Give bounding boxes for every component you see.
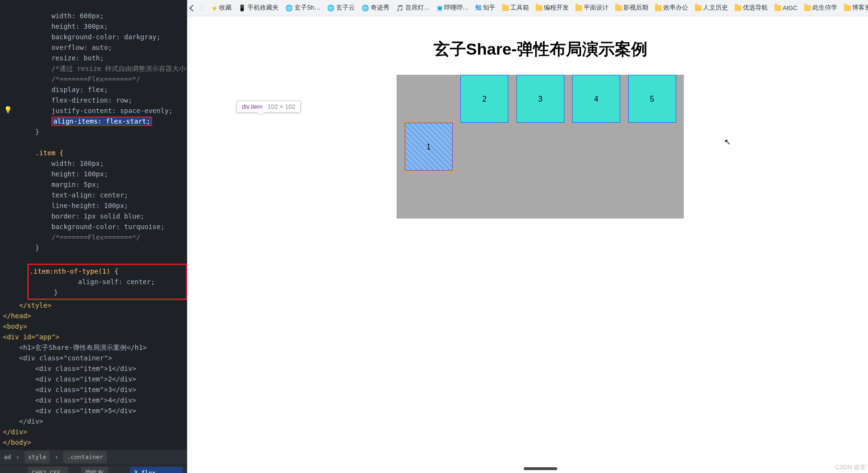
code-line: </body> (3, 438, 31, 446)
bookmark-folder[interactable]: 影视后期 (613, 4, 651, 12)
editor-breadcrumb-file[interactable]: nZi› CH02_CSS基础› 弹性布局› ▮3-flex-wrap.html (0, 465, 187, 473)
code-line: overflow: auto; (3, 44, 112, 51)
code-line: height: 100px; (3, 170, 108, 178)
code-line: /*通过 resize 样式自由调整演示容器大小*/ (3, 65, 187, 72)
code-line: </head> (3, 312, 31, 320)
folder-icon (655, 5, 662, 11)
code-line: <body> (3, 323, 27, 330)
folder-icon (735, 5, 741, 11)
code-line: <div class="container"> (3, 354, 112, 362)
code-line: margin: 5px; (3, 181, 100, 188)
code-line: <div class="item">1</div> (3, 365, 136, 372)
phone-icon: 📱 (238, 4, 246, 12)
editor-code[interactable]: width: 600px; height: 300px; background-… (0, 0, 187, 449)
code-line: } (3, 244, 39, 252)
code-line: } (3, 128, 39, 136)
code-line: text-align: center; (3, 191, 128, 199)
code-line: </div> (3, 417, 43, 425)
flex-item-3[interactable]: 3 (516, 75, 564, 123)
bookmark-item[interactable]: ▣哔哩哔… (434, 4, 471, 12)
bookmark-folder[interactable]: 编程开发 (533, 4, 571, 12)
code-line: border: 1px solid blue; (3, 212, 144, 220)
folder-icon (615, 5, 622, 11)
tooltip-selector: div.item (242, 103, 263, 110)
globe-icon: 🌐 (362, 4, 369, 12)
folder-icon (844, 5, 851, 11)
bookmark-folder[interactable]: 工具箱 (500, 4, 531, 12)
editor-breadcrumb-css[interactable]: ad› style› .container (0, 449, 187, 465)
bookmark-item[interactable]: 🌐玄子Sh… (283, 4, 323, 12)
bookmark-folder[interactable]: 人文历史 (692, 4, 730, 12)
code-line: width: 600px; (3, 12, 104, 20)
intention-bulb-icon[interactable] (4, 104, 12, 113)
bookmark-item[interactable]: 🌐玄子云 (325, 4, 357, 12)
code-line: resize: both; (3, 54, 104, 62)
folder-icon (804, 5, 811, 11)
flex-item-4[interactable]: 4 (572, 75, 620, 123)
code-line: background-color: darkgray; (3, 33, 161, 41)
globe-icon: 🌐 (285, 4, 293, 12)
code-line: <div id="app"> (3, 333, 59, 341)
bookmark-item[interactable]: 知知乎 (473, 4, 498, 12)
zhihu-icon: 知 (475, 4, 481, 12)
folder-icon (774, 5, 781, 11)
tooltip-dimensions: 102 × 102 (268, 103, 295, 110)
code-line: </div> (3, 428, 27, 436)
code-line: height: 300px; (3, 23, 108, 30)
code-line: line-height: 100px; (3, 202, 128, 209)
star-icon: ★ (211, 4, 218, 12)
bookmark-item[interactable]: 🌐奇迹秀 (359, 4, 392, 12)
inspect-tooltip: div.item 102 × 102 (236, 101, 301, 113)
code-line: <div class="item">3</div> (3, 386, 136, 393)
code-line: width: 100px; (3, 160, 104, 167)
code-line: /*=======Flex=======*/ (3, 233, 141, 241)
code-line: flex-direction: row; (3, 96, 132, 104)
nav-back-forward[interactable]: | (190, 5, 207, 12)
code-line: <h1>玄子Share-弹性布局演示案例</h1> (3, 344, 147, 351)
flex-item-1[interactable]: 1 (405, 123, 453, 171)
code-line: <div class="item">5</div> (3, 407, 136, 415)
editor-footer: ad› style› .container nZi› CH02_CSS基础› 弹… (0, 449, 187, 473)
page-title: 玄子Share-弹性布局演示案例 (201, 38, 868, 60)
code-line: <div class="item">2</div> (3, 375, 136, 383)
flex-container: 1 2 3 4 5 (397, 75, 684, 219)
code-line: justify-content: space-evenly; (3, 107, 173, 115)
code-editor-pane: width: 600px; height: 300px; background-… (0, 0, 187, 473)
folder-icon (502, 5, 509, 11)
code-line: <div class="item">4</div> (3, 396, 136, 404)
folder-icon (575, 5, 582, 11)
highlighted-css-rule: .item:nth-of-type(1) { align-self: cente… (27, 264, 187, 300)
bookmark-folder[interactable]: 此生侍学 (802, 4, 840, 12)
bookmarks-bar: | ★收藏 📱手机收藏夹 🌐玄子Sh… 🌐玄子云 🌐奇迹秀 🎵首席灯… ▣哔哩哔… (188, 0, 868, 16)
watermark: CSDN @玄子Share (835, 463, 868, 472)
bili-icon: ▣ (437, 4, 443, 12)
flex-item-5[interactable]: 5 (628, 75, 676, 123)
flex-item-2[interactable]: 2 (460, 75, 508, 123)
bookmark-folder[interactable]: 优选导航 (732, 4, 770, 12)
browser-preview-pane: | ★收藏 📱手机收藏夹 🌐玄子Sh… 🌐玄子云 🌐奇迹秀 🎵首席灯… ▣哔哩哔… (187, 0, 868, 473)
page-content: 玄子Share-弹性布局演示案例 1 2 3 4 5 div.item 102 … (188, 16, 868, 473)
folder-icon (695, 5, 702, 11)
bookmark-item[interactable]: 🎵首席灯… (394, 4, 433, 12)
code-line: display: flex; (3, 86, 108, 93)
folder-icon (536, 5, 542, 11)
bookmark-folder[interactable]: 博客资料 (842, 4, 868, 12)
code-line: .item { (3, 149, 63, 157)
bookmark-folder[interactable]: AIGC (772, 5, 800, 12)
globe-icon: 🌐 (327, 4, 335, 12)
bookmark-item[interactable]: 📱手机收藏夹 (236, 4, 281, 12)
music-icon: 🎵 (396, 4, 404, 12)
window-drag-handle[interactable] (524, 467, 557, 470)
code-line: </style> (3, 301, 51, 309)
highlighted-css-line: align-items: flex-start; (51, 116, 152, 126)
bookmark-favorites[interactable]: ★收藏 (209, 4, 234, 12)
back-icon[interactable] (189, 4, 196, 11)
code-line: background-color: turquoise; (3, 223, 164, 231)
bookmark-folder[interactable]: 平面设计 (573, 4, 611, 12)
code-line: /*=======Flex=======*/ (3, 75, 141, 83)
bookmark-folder[interactable]: 效率办公 (653, 4, 691, 12)
